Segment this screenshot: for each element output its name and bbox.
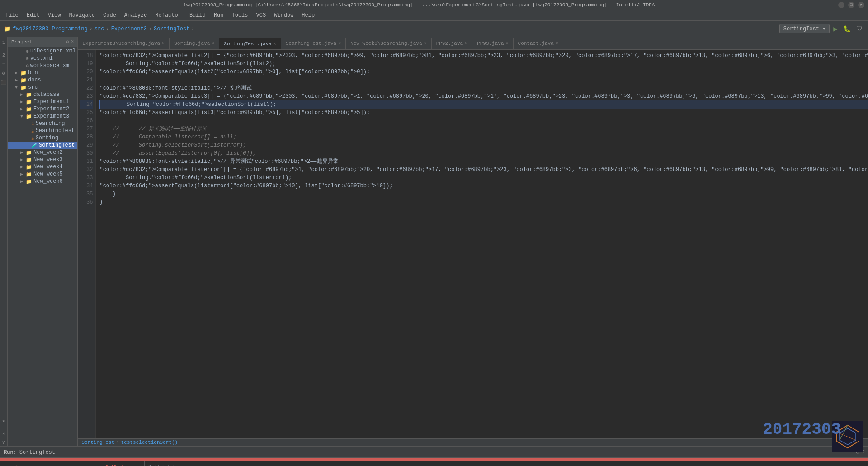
menu-item-code[interactable]: Code: [99, 11, 120, 19]
rerun-failed-btn[interactable]: ↺: [11, 463, 19, 466]
run-title: Run: SortingTest: [4, 449, 55, 456]
tree-label-src: src: [28, 84, 38, 90]
tab-close-0[interactable]: ×: [162, 41, 165, 46]
tree-icon-Experiment2: 📁: [26, 106, 32, 112]
left-icon-2[interactable]: 2: [0, 52, 7, 59]
minimize-btn[interactable]: ─: [838, 2, 844, 8]
left-icon-7[interactable]: ✕: [0, 430, 7, 437]
tree-item-New_week2[interactable]: ▶📁New_week2: [8, 149, 77, 156]
run-content: ▶ ↺ ■ 1 test failed - 10ms ✕ SortingTest…: [0, 461, 868, 466]
tree-item-New_week6[interactable]: ▶📁New_week6: [8, 178, 77, 185]
menu-item-window[interactable]: Window: [270, 11, 297, 19]
breadcrumb-sorting-test[interactable]: SortingTest: [81, 440, 114, 445]
menu-item-edit[interactable]: Edit: [23, 11, 43, 19]
tab-1[interactable]: Sorting.java×: [170, 38, 219, 49]
tree-item-uiDesigner[interactable]: ⚙uiDesigner.xml: [8, 48, 77, 55]
menu-item-analyze[interactable]: Analyze: [121, 11, 151, 19]
tree-item-SearhingTest[interactable]: ☕SearhingTest: [8, 127, 77, 134]
tab-6[interactable]: PP93.java×: [472, 38, 513, 49]
tab-close-2[interactable]: ×: [274, 42, 276, 47]
code-line-27: // // 异常测试1——空指针异常: [99, 125, 868, 133]
menu-item-build[interactable]: Build: [186, 11, 209, 19]
tree-item-docs[interactable]: ▶📁docs: [8, 76, 77, 84]
code-line-21: [99, 76, 868, 84]
tab-label-7: Contact.java: [518, 41, 554, 46]
left-icon-6[interactable]: ★: [0, 417, 7, 424]
tree-arrow-database: ▶: [20, 92, 25, 97]
tree-item-New_week4[interactable]: ▶📁New_week4: [8, 163, 77, 171]
menu-item-refactor[interactable]: Refactor: [151, 11, 185, 19]
code-content[interactable]: "color:#cc7832;">Comparable list2[] = {"…: [96, 50, 868, 438]
tree-icon-Searching: ☕: [31, 121, 34, 127]
project-hide-icon[interactable]: ×: [71, 39, 74, 45]
tree-item-workspace[interactable]: ⚙workspace.xml: [8, 62, 77, 69]
breadcrumb-exp3[interactable]: Experiment3: [111, 26, 147, 32]
tree-item-Experiment2[interactable]: ▶📁Experiment2: [8, 105, 77, 113]
tree-item-Sorting[interactable]: ☕Sorting: [8, 134, 77, 142]
close-btn[interactable]: ✕: [858, 2, 864, 8]
left-icon-8[interactable]: ?: [0, 439, 7, 446]
tab-close-6[interactable]: ×: [506, 41, 509, 46]
tree-label-SearhingTest: SearhingTest: [36, 128, 75, 134]
tree-item-vcs[interactable]: ⚙vcs.xml: [8, 55, 77, 62]
tree-item-src[interactable]: ▼📁src: [8, 84, 77, 91]
tab-4[interactable]: New_week6\Searching.java×: [346, 38, 431, 49]
code-line-26: [99, 117, 868, 125]
menu-item-navigate[interactable]: Navigate: [65, 11, 99, 19]
code-line-28: // Comparable listerror[] = null;: [99, 133, 868, 141]
breadcrumb-proj[interactable]: fwq20172303_Programming: [13, 26, 88, 32]
debug-btn[interactable]: 🐛: [841, 25, 853, 33]
run-with-coverage-btn[interactable]: 🛡: [854, 25, 864, 33]
menu-item-file[interactable]: File: [2, 11, 22, 19]
tab-close-1[interactable]: ×: [212, 41, 214, 46]
maximize-btn[interactable]: □: [848, 2, 854, 8]
tree-item-bin[interactable]: ▶📁bin: [8, 69, 77, 76]
tree-icon-Experiment1: 📁: [26, 99, 32, 105]
tab-close-7[interactable]: ×: [556, 41, 558, 46]
tab-3[interactable]: SearhingTest.java×: [281, 38, 346, 49]
tree-icon-src: 📁: [20, 85, 27, 90]
tab-2[interactable]: SortingTest.java×: [219, 38, 281, 49]
left-sidebar-icons: 1 2 ≡ ⚙ ⬛ ★ ✕ ?: [0, 37, 8, 446]
tree-item-Experiment1[interactable]: ▶📁Experiment1: [8, 98, 77, 105]
breadcrumb-src[interactable]: src: [94, 26, 104, 32]
tree-icon-SortingTest: 🧪: [31, 143, 38, 148]
menu-item-help[interactable]: Help: [298, 11, 318, 19]
tree-item-Experiment3[interactable]: ▼📁Experiment3: [8, 113, 77, 120]
code-line-36: }: [99, 198, 868, 206]
tree-item-SortingTest[interactable]: 🧪SortingTest: [8, 142, 77, 149]
tree-label-docs: docs: [28, 77, 41, 83]
rerun-btn[interactable]: ▶: [2, 463, 9, 466]
tree-item-New_week3[interactable]: ▶📁New_week3: [8, 156, 77, 163]
tree-label-Experiment2: Experiment2: [33, 106, 69, 112]
intellij-logo: [832, 421, 863, 452]
menu-item-tools[interactable]: Tools: [228, 11, 252, 19]
run-config-dropdown[interactable]: SortingTest ▾: [779, 24, 830, 33]
left-icon-4[interactable]: ⚙: [0, 70, 7, 77]
run-suite-name: SortingTest: [19, 449, 55, 456]
output-line-1: D:\bin\java ...: [148, 464, 864, 466]
tree-label-New_week2: New_week2: [33, 149, 63, 156]
left-icon-1[interactable]: 1: [0, 39, 7, 46]
tab-close-3[interactable]: ×: [338, 41, 341, 46]
left-icon-3[interactable]: ≡: [0, 61, 7, 68]
tree-item-Searching[interactable]: ☕Searching: [8, 120, 77, 127]
project-settings-icon[interactable]: ⚙: [66, 39, 69, 45]
breadcrumb-file[interactable]: SortingTest: [154, 26, 189, 32]
code-line-35: }: [99, 190, 868, 198]
tab-close-4[interactable]: ×: [424, 41, 427, 46]
menu-item-view[interactable]: View: [44, 11, 65, 19]
stop-btn[interactable]: ■: [21, 463, 28, 466]
tree-item-New_week5[interactable]: ▶📁New_week5: [8, 171, 77, 178]
tab-7[interactable]: Contact.java×: [514, 38, 563, 49]
tree-item-database[interactable]: ▶📁database: [8, 91, 77, 98]
breadcrumb-method[interactable]: testselectionSort(): [121, 440, 178, 445]
tab-0[interactable]: Experiment3\Searching.java×: [78, 38, 170, 49]
tree-label-Searching: Searching: [36, 120, 65, 127]
menu-item-vcs[interactable]: VCS: [253, 11, 270, 19]
left-icon-5[interactable]: ⬛: [0, 79, 7, 86]
menu-item-run[interactable]: Run: [210, 11, 227, 19]
tab-5[interactable]: PP92.java×: [432, 38, 472, 49]
tab-close-5[interactable]: ×: [465, 41, 467, 46]
run-btn[interactable]: ▶: [831, 24, 840, 33]
